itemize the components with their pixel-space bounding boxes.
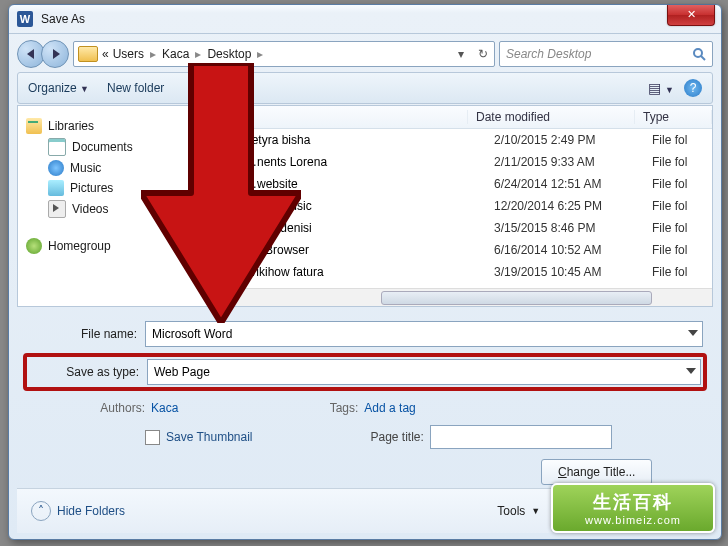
saveastype-select[interactable]: Web Page xyxy=(147,359,701,385)
filename-input[interactable]: Microsoft Word xyxy=(145,321,703,347)
save-thumbnail-label: Save Thumbnail xyxy=(166,430,253,444)
file-date: 2/11/2015 9:33 AM xyxy=(494,155,644,169)
videos-icon xyxy=(48,200,66,218)
watermark-line2: www.bimeiz.com xyxy=(585,514,681,526)
navigation-pane: Libraries Documents Music Pictures Video… xyxy=(18,106,211,306)
help-icon[interactable]: ? xyxy=(684,79,702,97)
tags-value[interactable]: Add a tag xyxy=(364,401,415,415)
file-row[interactable]: …nents Lorena2/11/2015 9:33 AMFile fol xyxy=(211,151,712,173)
file-name: …one Music xyxy=(245,199,486,213)
tags-label: Tags: xyxy=(318,401,364,415)
crumb-desktop[interactable]: Desktop xyxy=(207,47,251,61)
chevron-down-icon[interactable] xyxy=(688,330,698,336)
folder-icon xyxy=(219,153,237,171)
file-name: …website xyxy=(245,177,486,191)
filename-label: File name: xyxy=(27,327,145,341)
col-type[interactable]: Type xyxy=(635,110,712,124)
nav-homegroup[interactable]: Homegroup xyxy=(26,238,206,254)
folder-icon xyxy=(219,131,237,149)
file-list-pane: Name Date modified Type detyra bisha2/10… xyxy=(211,106,712,306)
forward-button[interactable] xyxy=(41,40,69,68)
file-row[interactable]: detyra bisha2/10/2015 2:49 PMFile fol xyxy=(211,129,712,151)
svg-line-1 xyxy=(701,56,705,60)
page-title-input[interactable] xyxy=(430,425,612,449)
watermark-line1: 生活百科 xyxy=(593,490,673,514)
new-folder-button[interactable]: New folder xyxy=(107,81,164,95)
nav-videos[interactable]: Videos xyxy=(48,200,206,218)
authors-value[interactable]: Kaca xyxy=(151,401,178,415)
file-name: detyra bisha xyxy=(245,133,486,147)
file-row[interactable]: Wikihow fatura3/19/2015 10:45 AMFile fol xyxy=(211,261,712,283)
refresh-icon[interactable]: ↻ xyxy=(476,47,490,61)
highlight-save-as-type: Save as type: Web Page xyxy=(23,353,707,391)
column-headers: Name Date modified Type xyxy=(211,106,712,129)
file-name: …nents Lorena xyxy=(245,155,486,169)
search-icon xyxy=(692,47,706,61)
filename-value: Microsoft Word xyxy=(152,327,232,341)
saveastype-label: Save as type: xyxy=(29,365,147,379)
authors-label: Authors: xyxy=(27,401,151,415)
pictures-icon xyxy=(48,180,64,196)
folder-icon xyxy=(219,263,237,281)
hide-folders-button[interactable]: ˄ Hide Folders xyxy=(31,501,125,521)
documents-icon xyxy=(48,138,66,156)
folder-icon xyxy=(78,46,98,62)
file-type: File fol xyxy=(652,199,712,213)
organize-menu[interactable]: Organize ▼ xyxy=(28,81,89,95)
nav-bar: « Users ▸ Kaca ▸ Desktop ▸ ▾ ↻ Search De… xyxy=(17,38,713,70)
file-row[interactable]: Tor Browser6/16/2014 10:52 AMFile fol xyxy=(211,239,712,261)
search-input[interactable]: Search Desktop xyxy=(499,41,713,67)
watermark: 生活百科 www.bimeiz.com xyxy=(551,483,715,533)
tools-menu[interactable]: Tools ▼ xyxy=(497,504,540,518)
chevron-right-icon: ▸ xyxy=(195,47,201,61)
file-date: 6/24/2014 12:51 AM xyxy=(494,177,644,191)
scrollbar-thumb[interactable] xyxy=(381,291,652,305)
folder-icon xyxy=(219,175,237,193)
file-rows: detyra bisha2/10/2015 2:49 PMFile fol…ne… xyxy=(211,129,712,288)
music-icon xyxy=(48,160,64,176)
file-name: Tor Browser xyxy=(245,243,486,257)
file-type: File fol xyxy=(652,221,712,235)
file-type: File fol xyxy=(652,265,712,279)
chevron-up-icon: ˄ xyxy=(31,501,51,521)
save-as-dialog: W Save As ✕ « Users ▸ Kaca ▸ Desktop ▸ ▾… xyxy=(8,4,722,540)
col-date[interactable]: Date modified xyxy=(468,110,635,124)
close-button[interactable]: ✕ xyxy=(667,5,715,26)
change-title-button[interactable]: CChange Title...hange Title... xyxy=(541,459,652,485)
file-type: File fol xyxy=(652,177,712,191)
horizontal-scrollbar[interactable] xyxy=(211,288,712,306)
svg-point-0 xyxy=(694,49,702,57)
file-type: File fol xyxy=(652,155,712,169)
view-menu-icon[interactable]: ▤ ▼ xyxy=(648,80,674,96)
col-name[interactable]: Name xyxy=(211,110,468,124)
word-icon: W xyxy=(17,11,33,27)
nav-documents[interactable]: Documents xyxy=(48,138,206,156)
file-row[interactable]: …one Music12/20/2014 6:25 PMFile fol xyxy=(211,195,712,217)
file-row[interactable]: …website6/24/2014 12:51 AMFile fol xyxy=(211,173,712,195)
crumb-root: « xyxy=(102,47,109,61)
chevron-down-icon[interactable]: ▾ xyxy=(454,47,468,61)
crumb-kaca[interactable]: Kaca xyxy=(162,47,189,61)
file-name: …una denisi xyxy=(245,221,486,235)
file-date: 2/10/2015 2:49 PM xyxy=(494,133,644,147)
nav-pictures[interactable]: Pictures xyxy=(48,180,206,196)
libraries-icon xyxy=(26,118,42,134)
folder-icon xyxy=(219,241,237,259)
address-bar[interactable]: « Users ▸ Kaca ▸ Desktop ▸ ▾ ↻ xyxy=(73,41,495,67)
chevron-down-icon[interactable] xyxy=(686,368,696,374)
folder-icon xyxy=(219,197,237,215)
file-browser: Libraries Documents Music Pictures Video… xyxy=(17,105,713,307)
file-name: Wikihow fatura xyxy=(245,265,486,279)
title-bar: W Save As ✕ xyxy=(9,5,721,34)
nav-music[interactable]: Music xyxy=(48,160,206,176)
toolbar: Organize ▼ New folder ▤ ▼ ? xyxy=(17,72,713,104)
file-date: 6/16/2014 10:52 AM xyxy=(494,243,644,257)
nav-libraries[interactable]: Libraries xyxy=(26,118,206,134)
save-thumbnail-checkbox[interactable] xyxy=(145,430,160,445)
file-row[interactable]: …una denisi3/15/2015 8:46 PMFile fol xyxy=(211,217,712,239)
page-title-label: Page title: xyxy=(371,430,430,444)
window-title: Save As xyxy=(41,12,85,26)
file-type: File fol xyxy=(652,243,712,257)
chevron-right-icon: ▸ xyxy=(257,47,263,61)
crumb-users[interactable]: Users xyxy=(113,47,144,61)
